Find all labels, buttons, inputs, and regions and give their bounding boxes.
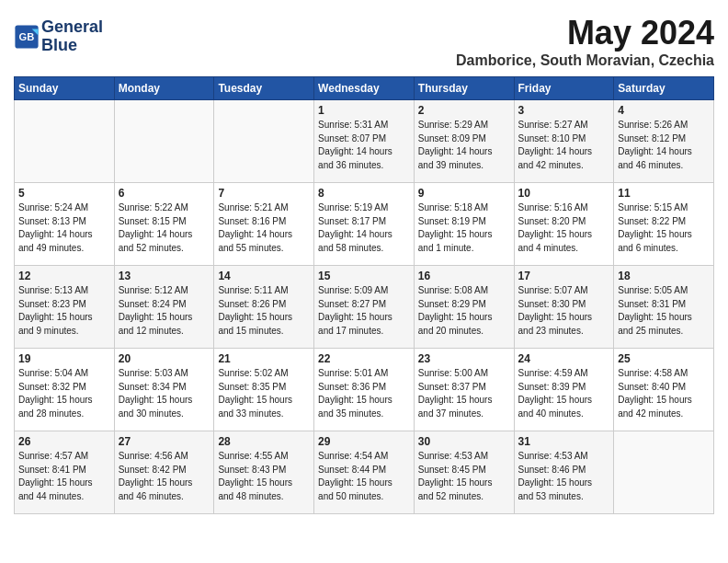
day-info: Sunrise: 5:22 AM Sunset: 8:15 PM Dayligh… (119, 201, 210, 255)
weekday-header-sunday: Sunday (15, 77, 115, 100)
logo-icon: GB (14, 24, 40, 50)
calendar-cell: 14Sunrise: 5:11 AM Sunset: 8:26 PM Dayli… (214, 266, 314, 349)
calendar-cell: 8Sunrise: 5:19 AM Sunset: 8:17 PM Daylig… (314, 183, 415, 266)
day-number: 15 (318, 270, 410, 282)
day-info: Sunrise: 4:54 AM Sunset: 8:44 PM Dayligh… (318, 450, 410, 503)
day-info: Sunrise: 5:12 AM Sunset: 8:24 PM Dayligh… (119, 284, 210, 338)
day-info: Sunrise: 5:27 AM Sunset: 8:10 PM Dayligh… (518, 119, 610, 172)
location-subtitle: Damborice, South Moravian, Czechia (456, 52, 714, 69)
calendar-cell: 25Sunrise: 4:58 AM Sunset: 8:40 PM Dayli… (614, 349, 714, 431)
day-info: Sunrise: 5:00 AM Sunset: 8:37 PM Dayligh… (418, 367, 510, 420)
day-info: Sunrise: 5:04 AM Sunset: 8:32 PM Dayligh… (18, 367, 110, 420)
calendar-cell: 27Sunrise: 4:56 AM Sunset: 8:42 PM Dayli… (114, 431, 214, 514)
day-info: Sunrise: 5:08 AM Sunset: 8:29 PM Dayligh… (418, 284, 510, 338)
day-info: Sunrise: 5:18 AM Sunset: 8:19 PM Dayligh… (418, 201, 510, 255)
calendar-cell: 11Sunrise: 5:15 AM Sunset: 8:22 PM Dayli… (614, 183, 714, 266)
calendar-cell: 20Sunrise: 5:03 AM Sunset: 8:34 PM Dayli… (114, 349, 214, 431)
day-number: 24 (518, 352, 610, 365)
day-number: 7 (218, 187, 310, 200)
day-info: Sunrise: 4:53 AM Sunset: 8:46 PM Dayligh… (518, 450, 610, 503)
day-number: 29 (318, 435, 410, 448)
day-number: 22 (318, 352, 410, 365)
calendar-cell (114, 100, 214, 183)
calendar-cell: 13Sunrise: 5:12 AM Sunset: 8:24 PM Dayli… (114, 266, 214, 349)
day-info: Sunrise: 5:11 AM Sunset: 8:26 PM Dayligh… (218, 284, 310, 338)
logo: GB General Blue (14, 18, 103, 55)
calendar-cell: 7Sunrise: 5:21 AM Sunset: 8:16 PM Daylig… (214, 183, 314, 266)
calendar-week-2: 5Sunrise: 5:24 AM Sunset: 8:13 PM Daylig… (15, 183, 714, 266)
day-info: Sunrise: 5:16 AM Sunset: 8:20 PM Dayligh… (518, 201, 610, 255)
logo-text: General Blue (41, 18, 103, 55)
day-info: Sunrise: 4:58 AM Sunset: 8:40 PM Dayligh… (618, 367, 710, 420)
weekday-header-monday: Monday (114, 77, 214, 100)
day-info: Sunrise: 4:53 AM Sunset: 8:45 PM Dayligh… (418, 450, 510, 503)
day-number: 11 (618, 187, 710, 200)
calendar-cell: 15Sunrise: 5:09 AM Sunset: 8:27 PM Dayli… (314, 266, 415, 349)
day-number: 16 (418, 270, 510, 282)
day-info: Sunrise: 5:01 AM Sunset: 8:36 PM Dayligh… (318, 367, 410, 420)
day-number: 4 (618, 104, 710, 117)
calendar-cell: 12Sunrise: 5:13 AM Sunset: 8:23 PM Dayli… (15, 266, 115, 349)
calendar-cell: 1Sunrise: 5:31 AM Sunset: 8:07 PM Daylig… (314, 100, 415, 183)
day-number: 17 (518, 270, 610, 282)
day-info: Sunrise: 5:15 AM Sunset: 8:22 PM Dayligh… (618, 201, 710, 255)
calendar-week-3: 12Sunrise: 5:13 AM Sunset: 8:23 PM Dayli… (15, 266, 714, 349)
day-info: Sunrise: 5:26 AM Sunset: 8:12 PM Dayligh… (618, 119, 710, 172)
day-info: Sunrise: 5:24 AM Sunset: 8:13 PM Dayligh… (18, 201, 110, 255)
day-info: Sunrise: 5:29 AM Sunset: 8:09 PM Dayligh… (418, 119, 510, 172)
day-number: 9 (418, 187, 510, 200)
day-number: 30 (418, 435, 510, 448)
calendar-cell: 29Sunrise: 4:54 AM Sunset: 8:44 PM Dayli… (314, 431, 415, 514)
calendar-cell: 17Sunrise: 5:07 AM Sunset: 8:30 PM Dayli… (514, 266, 614, 349)
day-number: 13 (119, 270, 210, 282)
day-number: 21 (218, 352, 310, 365)
weekday-header-thursday: Thursday (414, 77, 514, 100)
calendar-cell: 21Sunrise: 5:02 AM Sunset: 8:35 PM Dayli… (214, 349, 314, 431)
header: GB General Blue May 2024 Damborice, Sout… (14, 14, 714, 69)
day-number: 19 (18, 352, 110, 365)
title-block: May 2024 Damborice, South Moravian, Czec… (456, 14, 714, 69)
day-number: 14 (218, 270, 310, 282)
day-info: Sunrise: 5:21 AM Sunset: 8:16 PM Dayligh… (218, 201, 310, 255)
calendar-cell: 26Sunrise: 4:57 AM Sunset: 8:41 PM Dayli… (15, 431, 115, 514)
day-info: Sunrise: 5:02 AM Sunset: 8:35 PM Dayligh… (218, 367, 310, 420)
day-number: 23 (418, 352, 510, 365)
calendar-body: 1Sunrise: 5:31 AM Sunset: 8:07 PM Daylig… (15, 100, 714, 514)
day-info: Sunrise: 4:57 AM Sunset: 8:41 PM Dayligh… (18, 450, 110, 503)
day-number: 25 (618, 352, 710, 365)
day-number: 6 (119, 187, 210, 200)
day-info: Sunrise: 5:19 AM Sunset: 8:17 PM Dayligh… (318, 201, 410, 255)
day-number: 27 (119, 435, 210, 448)
calendar-cell (214, 100, 314, 183)
calendar-cell: 16Sunrise: 5:08 AM Sunset: 8:29 PM Dayli… (414, 266, 514, 349)
day-number: 10 (518, 187, 610, 200)
calendar-cell: 4Sunrise: 5:26 AM Sunset: 8:12 PM Daylig… (614, 100, 714, 183)
calendar-cell: 28Sunrise: 4:55 AM Sunset: 8:43 PM Dayli… (214, 431, 314, 514)
day-info: Sunrise: 4:59 AM Sunset: 8:39 PM Dayligh… (518, 367, 610, 420)
day-info: Sunrise: 5:07 AM Sunset: 8:30 PM Dayligh… (518, 284, 610, 338)
day-info: Sunrise: 5:13 AM Sunset: 8:23 PM Dayligh… (18, 284, 110, 338)
calendar-cell (15, 100, 115, 183)
svg-text:GB: GB (19, 31, 35, 42)
month-year-title: May 2024 (456, 14, 714, 52)
day-number: 28 (218, 435, 310, 448)
day-info: Sunrise: 5:05 AM Sunset: 8:31 PM Dayligh… (618, 284, 710, 338)
day-number: 26 (18, 435, 110, 448)
calendar-cell: 23Sunrise: 5:00 AM Sunset: 8:37 PM Dayli… (414, 349, 514, 431)
calendar-week-5: 26Sunrise: 4:57 AM Sunset: 8:41 PM Dayli… (15, 431, 714, 514)
calendar-cell: 9Sunrise: 5:18 AM Sunset: 8:19 PM Daylig… (414, 183, 514, 266)
day-info: Sunrise: 5:03 AM Sunset: 8:34 PM Dayligh… (119, 367, 210, 420)
calendar-cell: 10Sunrise: 5:16 AM Sunset: 8:20 PM Dayli… (514, 183, 614, 266)
calendar-cell: 2Sunrise: 5:29 AM Sunset: 8:09 PM Daylig… (414, 100, 514, 183)
day-info: Sunrise: 4:55 AM Sunset: 8:43 PM Dayligh… (218, 450, 310, 503)
calendar-cell: 18Sunrise: 5:05 AM Sunset: 8:31 PM Dayli… (614, 266, 714, 349)
weekday-header-wednesday: Wednesday (314, 77, 415, 100)
weekday-header-saturday: Saturday (614, 77, 714, 100)
calendar-week-1: 1Sunrise: 5:31 AM Sunset: 8:07 PM Daylig… (15, 100, 714, 183)
day-number: 5 (18, 187, 110, 200)
calendar-cell: 31Sunrise: 4:53 AM Sunset: 8:46 PM Dayli… (514, 431, 614, 514)
day-info: Sunrise: 5:09 AM Sunset: 8:27 PM Dayligh… (318, 284, 410, 338)
calendar-cell: 30Sunrise: 4:53 AM Sunset: 8:45 PM Dayli… (414, 431, 514, 514)
calendar-cell: 5Sunrise: 5:24 AM Sunset: 8:13 PM Daylig… (15, 183, 115, 266)
day-number: 20 (119, 352, 210, 365)
